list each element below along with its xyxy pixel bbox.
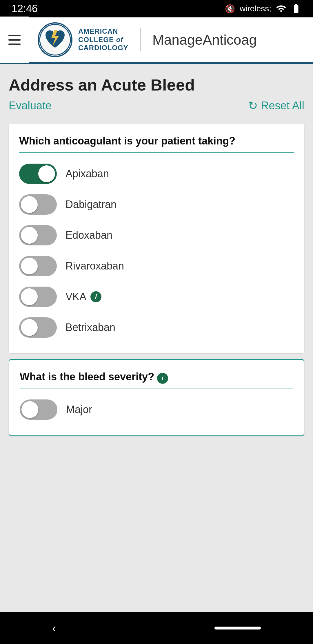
bleed-severity-question: What is the bleed severity? i <box>20 370 293 388</box>
acc-name-line1: AMERICAN <box>78 27 128 36</box>
dabigatran-toggle[interactable] <box>19 194 57 215</box>
dabigatran-slider <box>19 194 57 215</box>
betrixaban-label: Betrixaban <box>65 321 115 334</box>
acc-name-line3: CARDIOLOGY <box>78 44 128 52</box>
apixaban-toggle[interactable] <box>19 164 57 184</box>
reset-all-label: Reset All <box>261 100 304 112</box>
major-slider <box>20 399 57 420</box>
betrixaban-slider <box>19 317 57 338</box>
list-item: Dabigatran <box>19 189 294 220</box>
menu-button[interactable] <box>0 17 29 63</box>
apixaban-slider <box>19 164 57 184</box>
anticoagulant-question: Which anticoagulant is your patient taki… <box>19 134 294 153</box>
acc-text: AMERICAN COLLEGE of CARDIOLOGY <box>78 27 128 52</box>
vka-label: VKA i <box>65 291 101 303</box>
evaluate-link[interactable]: Evaluate <box>9 100 52 112</box>
rivaroxaban-slider <box>19 256 57 276</box>
status-time: 12:46 <box>12 3 38 15</box>
bottom-nav-bar: ‹ <box>0 612 313 644</box>
hamburger-icon <box>8 35 21 45</box>
list-item: Apixaban <box>19 158 294 189</box>
list-item: Edoxaban <box>19 220 294 251</box>
header-divider <box>140 28 141 51</box>
rivaroxaban-label: Rivaroxaban <box>65 260 124 272</box>
vibrate-icon: 🔇 <box>225 4 235 14</box>
app-header: AMERICAN COLLEGE of CARDIOLOGY ManageAnt… <box>0 17 313 64</box>
rivaroxaban-toggle[interactable] <box>19 256 57 276</box>
app-title: ManageAnticoag <box>152 32 257 48</box>
bleed-severity-info-icon[interactable]: i <box>157 373 168 384</box>
list-item: VKA i <box>19 281 294 312</box>
acc-logo <box>38 22 72 57</box>
list-item: Major <box>20 394 293 425</box>
anticoagulant-card: Which anticoagulant is your patient taki… <box>9 124 304 353</box>
back-button[interactable]: ‹ <box>52 622 56 635</box>
acc-name-line2: COLLEGE of <box>78 36 128 44</box>
edoxaban-slider <box>19 225 57 245</box>
header-logo-area: AMERICAN COLLEGE of CARDIOLOGY ManageAnt… <box>29 22 313 57</box>
reset-icon: ↻ <box>248 99 258 112</box>
back-chevron-icon: ‹ <box>52 622 56 634</box>
betrixaban-toggle[interactable] <box>19 317 57 338</box>
vka-slider <box>19 287 57 307</box>
wifi-icon: wireless; <box>240 4 271 13</box>
list-item: Betrixaban <box>19 312 294 343</box>
wifi-icon <box>276 3 286 14</box>
home-indicator[interactable] <box>214 627 261 629</box>
page-title: Address an Acute Bleed <box>9 75 304 94</box>
status-icons: 🔇 wireless; <box>225 3 301 14</box>
apixaban-label: Apixaban <box>65 168 109 180</box>
edoxaban-label: Edoxaban <box>65 229 112 241</box>
major-toggle[interactable] <box>20 399 57 420</box>
status-bar: 12:46 🔇 wireless; <box>0 0 313 17</box>
dabigatran-label: Dabigatran <box>65 198 117 211</box>
subtitle-row: Evaluate ↻ Reset All <box>9 99 304 112</box>
major-label: Major <box>66 404 92 416</box>
bleed-severity-card: What is the bleed severity? i Major <box>9 359 304 436</box>
list-item: Rivaroxaban <box>19 251 294 281</box>
vka-toggle[interactable] <box>19 287 57 307</box>
battery-icon <box>291 3 301 14</box>
edoxaban-toggle[interactable] <box>19 225 57 245</box>
vka-info-icon[interactable]: i <box>90 291 101 302</box>
reset-all-button[interactable]: ↻ Reset All <box>248 99 304 112</box>
main-content: Address an Acute Bleed Evaluate ↻ Reset … <box>0 64 313 612</box>
